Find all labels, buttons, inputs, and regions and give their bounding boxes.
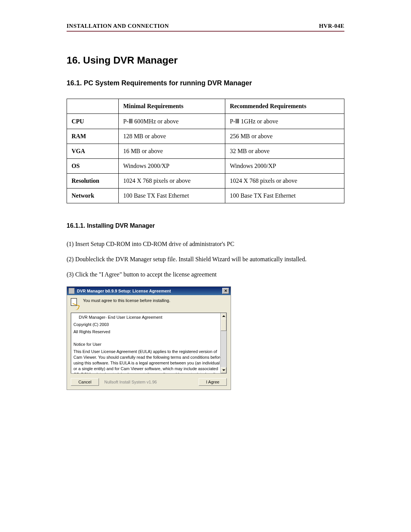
row-label: Network [67,189,119,203]
heading-1: 16. Using DVR Manager [67,54,344,66]
install-step: (3) Click the "I Agree" button to accept… [67,271,344,278]
table-row: CPU P-Ⅲ 600MHz or above P-Ⅲ 1GHz or abov… [67,114,344,129]
header-rule [67,31,344,32]
cell-rec: Windows 2000/XP [225,159,344,174]
scroll-up-button[interactable] [221,313,226,319]
row-label: RAM [67,129,119,144]
cell-min: 1024 X 768 pixels or above [118,174,225,189]
eula-line: Notice for User [73,342,224,347]
table-header-cell: Minimal Requirements [118,99,225,114]
agreement-icon [71,298,79,309]
scroll-down-button[interactable] [221,367,226,373]
page-header: INSTALLATION AND CONNECTION HVR-04E [67,23,344,29]
cancel-button[interactable]: Cancel [71,378,99,386]
row-label: CPU [67,114,119,129]
installer-footer-text: Nullsoft Install System v1.96 [104,380,157,384]
table-row: VGA 16 MB or above 32 MB or above [67,144,344,159]
cell-rec: 100 Base TX Fast Ethernet [225,189,344,203]
row-label: Resolution [67,174,119,189]
table-header-cell: Recommended Requirements [225,99,344,114]
table-row: RAM 128 MB or above 256 MB or above [67,129,344,144]
i-agree-button[interactable]: I Agree [199,378,227,386]
eula-line: This End User License Agreement (EULA) a… [73,349,224,374]
eula-line: Copyright (C) 2003 [73,322,224,328]
cell-rec: 32 MB or above [225,144,344,159]
heading-2: 16.1. PC System Requirements for running… [67,79,344,87]
dialog-titlebar[interactable]: DVR Manager b0.9.9 Setup: License Agreem… [67,287,231,295]
table-header-cell [67,99,119,114]
scroll-thumb[interactable] [221,319,226,331]
dialog-title: DVR Manager b0.9.9 Setup: License Agreem… [77,289,171,293]
table-row: OS Windows 2000/XP Windows 2000/XP [67,159,344,174]
table-row: Resolution 1024 X 768 pixels or above 10… [67,174,344,189]
cell-min: P-Ⅲ 600MHz or above [118,114,225,129]
scrollbar[interactable] [220,313,226,373]
installer-icon [68,288,75,294]
row-label: OS [67,159,119,174]
install-step: (2) Doubleclick the DVR Manager setup fi… [67,256,344,263]
eula-line: All Rights Reserved [73,329,224,335]
dialog-instruction: You must agree to this license before in… [83,298,170,303]
install-step: (1) Insert Setup CD-ROM into CD-ROM driv… [67,241,344,248]
cell-min: Windows 2000/XP [118,159,225,174]
cell-rec: P-Ⅲ 1GHz or above [225,114,344,129]
table-row: Network 100 Base TX Fast Ethernet 100 Ba… [67,189,344,203]
cell-min: 100 Base TX Fast Ethernet [118,189,225,203]
eula-line: DVR Manager- End User License Agreement [73,315,224,320]
cell-min: 128 MB or above [118,129,225,144]
close-button[interactable]: ✕ [222,288,229,294]
row-label: VGA [67,144,119,159]
table-header-row: Minimal Requirements Recommended Require… [67,99,344,114]
license-dialog: DVR Manager b0.9.9 Setup: License Agreem… [67,286,231,390]
cell-min: 16 MB or above [118,144,225,159]
header-right: HVR-04E [319,23,344,29]
requirements-table: Minimal Requirements Recommended Require… [67,99,344,203]
cell-rec: 256 MB or above [225,129,344,144]
cell-rec: 1024 X 768 pixels or above [225,174,344,189]
heading-3: 16.1.1. Installing DVR Manager [67,222,344,229]
header-left: INSTALLATION AND CONNECTION [67,23,169,29]
eula-textbox[interactable]: DVR Manager- End User License Agreement … [71,313,227,374]
